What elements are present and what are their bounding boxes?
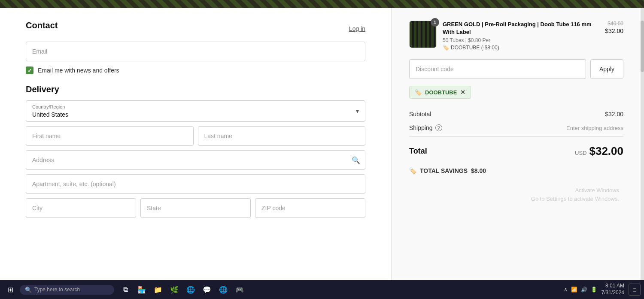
subtotal-label: Subtotal [409, 111, 431, 118]
subtotal-value: $32.00 [605, 111, 623, 118]
chevron-down-icon: ▾ [356, 108, 359, 115]
product-prices: $40.00 $32.00 [605, 21, 623, 34]
product-details: GREEN GOLD | Pre-Roll Packaging | Doob T… [443, 21, 599, 51]
applied-coupon-tag: 🏷️ DOOBTUBE ✕ [409, 86, 471, 99]
discount-input-wrapper [409, 59, 586, 79]
taskbar-file-explorer[interactable]: 📁 [151, 283, 165, 296]
shipping-info-icon[interactable]: ? [435, 124, 442, 131]
address-row: 🔍 [26, 150, 365, 170]
savings-row: 🏷️ TOTAL SAVINGS $8.00 [409, 164, 623, 178]
newsletter-checkbox-row: Email me with news and offers [26, 66, 365, 74]
taskbar-app-icons: ⧉ 🏪 📁 🌿 🌐 💬 🌐 🎮 [118, 283, 246, 296]
taskbar-chat-app[interactable]: 💬 [200, 283, 214, 296]
left-panel: Contact Log in Email me with news and of… [0, 8, 392, 280]
login-link[interactable]: Log in [349, 25, 365, 32]
taskbar-search-text: Type here to search [34, 287, 80, 293]
contact-header: Contact Log in [26, 21, 365, 36]
newsletter-checkbox[interactable] [26, 66, 33, 74]
taskbar-app-green[interactable]: 🌿 [167, 283, 181, 296]
product-original-price: $40.00 [605, 21, 623, 27]
last-name-field[interactable] [198, 126, 366, 146]
delivery-section: Delivery Country/Region United States ▾ … [26, 85, 365, 218]
page-scrollbar-thumb[interactable] [641, 21, 644, 72]
activate-windows-notice: Activate Windows Go to Settings to activ… [409, 178, 623, 203]
taskbar-battery-icon: 🔋 [591, 287, 597, 293]
address-field[interactable] [26, 150, 365, 170]
apt-row [26, 174, 365, 194]
total-currency: USD [575, 150, 586, 156]
country-select[interactable]: Country/Region United States ▾ [26, 100, 365, 122]
state-field[interactable] [140, 198, 251, 218]
taskbar-date-value: 7/31/2024 [601, 290, 624, 296]
discount-code-row: Apply [409, 59, 623, 79]
savings-value: $8.00 [471, 167, 486, 174]
taskbar-browser-edge[interactable]: 🌐 [184, 283, 197, 296]
total-label: Total [409, 147, 427, 156]
taskbar-clock[interactable]: 8:01 AM 7/31/2024 [601, 283, 624, 296]
product-current-price: $32.00 [605, 27, 623, 34]
page-wrapper: Contact Log in Email me with news and of… [0, 0, 644, 299]
taskbar-task-view[interactable]: ⧉ [118, 283, 132, 296]
savings-tag-icon: 🏷️ [409, 167, 416, 174]
product-discount-text: DOOBTUBE (-$8.00) [451, 45, 499, 51]
taskbar: ⊞ 🔍 Type here to search ⧉ 🏪 📁 🌿 🌐 💬 🌐 🎮 … [0, 280, 644, 299]
taskbar-notification-center[interactable]: □ [629, 284, 641, 296]
taskbar-search-bar[interactable]: 🔍 Type here to search [20, 285, 114, 295]
top-banner [0, 0, 644, 8]
city-field[interactable] [26, 198, 136, 218]
taskbar-search-icon: 🔍 [25, 287, 32, 293]
taskbar-network-icon[interactable]: 📶 [571, 287, 577, 293]
product-quantity-badge: 1 [431, 18, 439, 27]
product-name: GREEN GOLD | Pre-Roll Packaging | Doob T… [443, 21, 599, 36]
right-panel: 1 GREEN GOLD | Pre-Roll Packaging | Doob… [392, 8, 641, 280]
taskbar-gaming[interactable]: 🎮 [233, 283, 246, 296]
country-label: Country/Region [32, 104, 65, 109]
subtotal-row: Subtotal $32.00 [409, 107, 623, 121]
product-item: 1 GREEN GOLD | Pre-Roll Packaging | Doob… [409, 21, 623, 51]
taskbar-time-value: 8:01 AM [601, 283, 624, 290]
address-search-icon: 🔍 [352, 156, 360, 164]
zip-field[interactable] [255, 198, 365, 218]
activate-line1: Activate Windows [409, 186, 619, 195]
name-row [26, 126, 365, 146]
coupon-code-text: DOOBTUBE [425, 89, 457, 96]
savings-label: TOTAL SAVINGS [420, 167, 468, 174]
taskbar-right: ∧ 📶 🔊 🔋 8:01 AM 7/31/2024 □ [564, 283, 641, 296]
email-input-row [26, 42, 365, 61]
total-amount: $32.00 [589, 145, 623, 158]
taskbar-app-store[interactable]: 🏪 [135, 283, 149, 296]
first-name-field[interactable] [26, 126, 194, 146]
apply-button[interactable]: Apply [590, 59, 623, 79]
page-scrollbar[interactable] [641, 8, 644, 280]
product-image-wrapper: 1 [409, 21, 437, 48]
email-field[interactable] [26, 42, 365, 61]
taskbar-system-icons: ∧ 📶 🔊 🔋 [564, 287, 597, 293]
summary-divider [409, 136, 623, 137]
product-discount-tag: 🏷️ DOOBTUBE (-$8.00) [443, 45, 599, 51]
shipping-label-wrapper: Shipping ? [409, 124, 442, 131]
shipping-row: Shipping ? Enter shipping address [409, 121, 623, 135]
country-value: United States [26, 101, 365, 121]
product-subtitle: 50 Tubes | $0.80 Per [443, 37, 599, 43]
start-button[interactable]: ⊞ [3, 283, 17, 296]
total-row: Total USD $32.00 [409, 139, 623, 164]
shipping-label: Shipping [409, 124, 433, 131]
taskbar-up-arrow[interactable]: ∧ [564, 287, 568, 293]
tag-icon: 🏷️ [443, 45, 449, 51]
apt-field[interactable] [26, 174, 365, 194]
shipping-value: Enter shipping address [566, 125, 623, 131]
total-value-wrapper: USD $32.00 [575, 145, 623, 158]
main-content: Contact Log in Email me with news and of… [0, 8, 644, 280]
contact-title: Contact [26, 21, 58, 30]
discount-code-input[interactable] [409, 59, 586, 79]
newsletter-label: Email me with news and offers [38, 67, 119, 74]
delivery-title: Delivery [26, 85, 365, 94]
taskbar-browser2[interactable]: 🌐 [216, 283, 230, 296]
activate-line2: Go to Settings to activate Windows. [409, 195, 619, 203]
taskbar-sound-icon[interactable]: 🔊 [581, 287, 587, 293]
coupon-tag-icon: 🏷️ [415, 89, 422, 96]
coupon-remove-button[interactable]: ✕ [460, 89, 465, 96]
city-state-zip-row [26, 198, 365, 218]
